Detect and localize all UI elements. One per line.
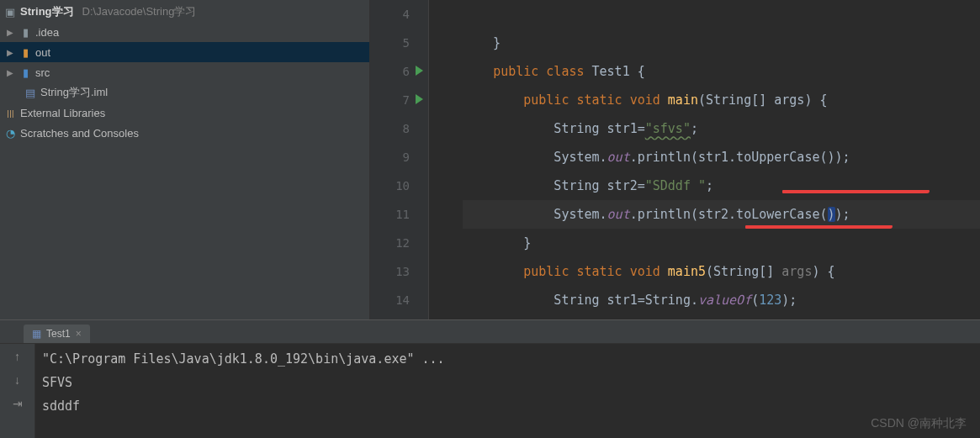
console-line: sdddf bbox=[42, 394, 973, 418]
gutter-line[interactable]: 13 bbox=[370, 257, 410, 286]
code-line[interactable]: public static void main(String[] args) { bbox=[463, 86, 980, 114]
chevron-right-icon[interactable]: ▶ bbox=[7, 68, 15, 77]
code-line[interactable]: String str2="SDddf "; bbox=[463, 172, 980, 200]
gutter-line[interactable]: 8 bbox=[370, 114, 410, 143]
annotation-underline bbox=[782, 190, 930, 193]
gutter-line[interactable]: 4 bbox=[370, 0, 410, 29]
code-line[interactable] bbox=[463, 0, 980, 29]
code-line[interactable]: System.out.println(str1.toUpperCase()); bbox=[463, 143, 980, 172]
console-toolbar[interactable]: ↑ ↓ ⇥ bbox=[0, 344, 35, 438]
gutter-line[interactable]: 12 bbox=[370, 229, 410, 257]
chevron-right-icon[interactable]: ▶ bbox=[7, 28, 15, 37]
tree-label: External Libraries bbox=[20, 107, 105, 119]
tree-label: out bbox=[35, 46, 50, 59]
watermark: CSDN @南种北李 bbox=[871, 416, 967, 431]
run-gutter-icon[interactable] bbox=[416, 94, 423, 104]
tree-node-iml[interactable]: ▤ String学习.iml bbox=[0, 82, 369, 103]
gutter-line[interactable]: 14 bbox=[370, 286, 410, 314]
code-line[interactable]: public static void main5(String[] args) … bbox=[463, 257, 980, 286]
run-gutter-icon[interactable] bbox=[416, 66, 423, 76]
run-tab-label: Test1 bbox=[46, 328, 71, 340]
close-icon[interactable]: × bbox=[76, 328, 82, 340]
tree-node-idea[interactable]: ▶ ▮ .idea bbox=[0, 22, 369, 42]
run-tool-window[interactable]: ▦ Test1 × ↑ ↓ ⇥ "C:\Program Files\Java\j… bbox=[0, 319, 980, 438]
gutter-line[interactable]: 5 bbox=[370, 29, 410, 57]
project-path: D:\Javacode\String学习 bbox=[82, 4, 197, 19]
console-output[interactable]: "C:\Program Files\Java\jdk1.8.0_192\bin\… bbox=[35, 344, 980, 438]
console-line: SFVS bbox=[42, 371, 973, 394]
tree-label: String学习.iml bbox=[40, 85, 108, 100]
gutter-line[interactable]: 9 bbox=[370, 143, 410, 172]
tree-scratches[interactable]: ◔ Scratches and Consoles bbox=[0, 123, 369, 143]
project-icon: ▣ bbox=[3, 5, 17, 18]
tree-node-src[interactable]: ▶ ▮ src bbox=[0, 62, 369, 82]
code-line[interactable]: } bbox=[463, 29, 980, 57]
tree-label: src bbox=[35, 66, 50, 79]
code-line[interactable]: System.out.println(str2.toLowerCase()); bbox=[463, 200, 980, 229]
project-name: String学习 bbox=[20, 4, 74, 19]
folder-icon: ▮ bbox=[19, 45, 32, 59]
code-area[interactable]: } public class Test1 { public static voi… bbox=[429, 0, 980, 319]
library-icon: ⫼ bbox=[3, 106, 17, 119]
tree-root[interactable]: ▣ String学习 D:\Javacode\String学习 bbox=[0, 2, 369, 22]
project-tree[interactable]: ▣ String学习 D:\Javacode\String学习 ▶ ▮ .ide… bbox=[0, 0, 370, 319]
folder-icon: ▮ bbox=[19, 25, 32, 39]
console-line: "C:\Program Files\Java\jdk1.8.0_192\bin\… bbox=[42, 347, 973, 371]
tree-label: .idea bbox=[35, 26, 59, 39]
run-tab-bar[interactable]: ▦ Test1 × bbox=[0, 320, 980, 344]
tree-external-libs[interactable]: ⫼ External Libraries bbox=[0, 103, 369, 123]
gutter-line[interactable]: 10 bbox=[370, 172, 410, 200]
scratch-icon: ◔ bbox=[3, 126, 17, 140]
folder-icon: ▮ bbox=[19, 66, 32, 79]
up-arrow-icon[interactable]: ↑ bbox=[10, 349, 25, 364]
line-gutter[interactable]: 4 5 6 7 8 9 10 11 12 13 14 bbox=[370, 0, 429, 319]
soft-wrap-icon[interactable]: ⇥ bbox=[10, 396, 25, 411]
code-line[interactable]: String str1=String.valueOf(123); bbox=[463, 286, 980, 314]
code-line[interactable]: String str1="sfvs"; bbox=[463, 114, 980, 143]
tree-label: Scratches and Consoles bbox=[20, 127, 139, 140]
gutter-line[interactable]: 7 bbox=[370, 86, 410, 114]
file-icon: ▤ bbox=[24, 86, 37, 99]
code-line[interactable]: public class Test1 { bbox=[463, 57, 980, 86]
chevron-right-icon[interactable]: ▶ bbox=[7, 48, 15, 57]
tree-node-out[interactable]: ▶ ▮ out bbox=[0, 42, 369, 62]
run-config-icon: ▦ bbox=[32, 328, 41, 340]
code-line[interactable]: } bbox=[463, 229, 980, 257]
gutter-line[interactable]: 6 bbox=[370, 57, 410, 86]
gutter-line[interactable]: 11 bbox=[370, 200, 410, 229]
code-editor[interactable]: 4 5 6 7 8 9 10 11 12 13 14 } public clas… bbox=[370, 0, 980, 319]
down-arrow-icon[interactable]: ↓ bbox=[10, 372, 25, 388]
run-tab[interactable]: ▦ Test1 × bbox=[24, 325, 90, 343]
